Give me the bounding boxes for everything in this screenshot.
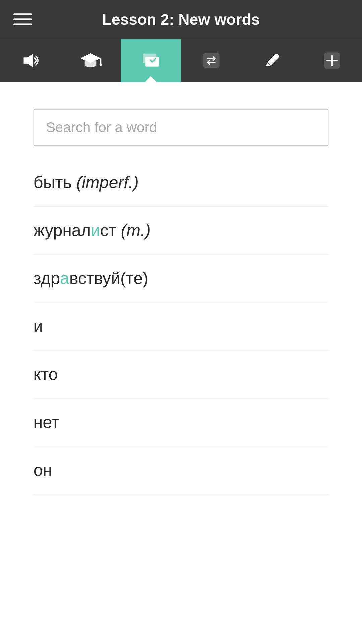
word-text: он <box>34 461 52 480</box>
graduate-icon <box>79 51 102 70</box>
transfer-icon <box>202 51 221 70</box>
flashcard-icon <box>141 51 161 70</box>
speaker-icon <box>21 51 40 70</box>
toolbar-item-plus[interactable] <box>302 39 362 82</box>
search-container <box>34 109 328 146</box>
word-text: здравствуй(те) <box>34 269 148 288</box>
toolbar-item-pencil[interactable] <box>241 39 302 82</box>
toolbar-item-graduate[interactable] <box>60 39 121 82</box>
menu-button[interactable] <box>13 13 32 25</box>
list-item[interactable]: и <box>34 303 328 351</box>
accent-letter: а <box>60 269 69 288</box>
list-item[interactable]: нет <box>34 398 328 446</box>
grammar-label: (m.) <box>121 221 151 240</box>
word-text: быть (imperf.) <box>34 173 139 192</box>
word-list: быть (imperf.) журналист (m.) здравствуй… <box>34 166 328 494</box>
page-title: Lesson 2: New words <box>102 10 260 29</box>
svg-marker-0 <box>23 54 33 67</box>
toolbar-item-transfer[interactable] <box>181 39 241 82</box>
main-content: быть (imperf.) журналист (m.) здравствуй… <box>0 82 362 515</box>
toolbar-item-speaker[interactable] <box>0 39 60 82</box>
word-text: журналист (m.) <box>34 221 150 240</box>
list-item[interactable]: кто <box>34 351 328 398</box>
pencil-icon <box>263 52 280 69</box>
list-item[interactable]: быть (imperf.) <box>34 166 328 207</box>
svg-point-3 <box>100 63 102 66</box>
word-text: и <box>34 317 43 336</box>
toolbar-item-flashcard[interactable] <box>121 39 181 82</box>
svg-rect-6 <box>203 54 219 67</box>
accent-letter: и <box>91 221 100 240</box>
list-item[interactable]: журналист (m.) <box>34 207 328 255</box>
list-item[interactable]: он <box>34 446 328 494</box>
list-item[interactable]: здравствуй(те) <box>34 255 328 303</box>
plus-icon <box>323 51 341 70</box>
word-text: кто <box>34 365 58 384</box>
header: Lesson 2: New words <box>0 0 362 39</box>
grammar-label: (imperf.) <box>76 173 138 192</box>
word-text: нет <box>34 413 59 432</box>
search-input[interactable] <box>34 109 328 146</box>
toolbar <box>0 39 362 82</box>
